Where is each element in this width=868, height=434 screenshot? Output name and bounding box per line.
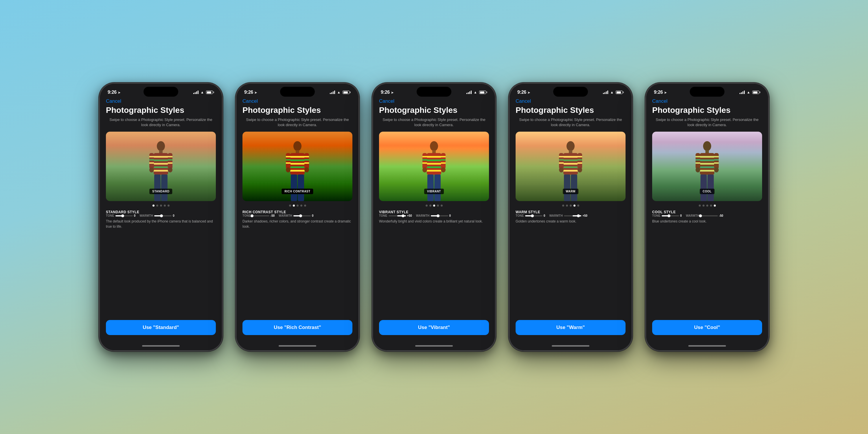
home-indicator: [236, 341, 359, 351]
photo-background: COOL: [652, 132, 762, 201]
use-style-button-warm[interactable]: Use "Warm": [516, 320, 625, 335]
cancel-button[interactable]: Cancel: [243, 98, 352, 104]
warmth-slider-thumb[interactable]: [299, 214, 302, 217]
dot-4[interactable]: [441, 205, 443, 207]
svg-rect-13: [168, 156, 173, 157]
svg-rect-75: [578, 162, 582, 164]
signal-icon: [603, 91, 608, 94]
location-icon: ➤: [118, 91, 120, 94]
cancel-button[interactable]: Cancel: [516, 98, 625, 104]
warmth-label: WARMTH: [279, 214, 292, 217]
use-style-button-rich-contrast[interactable]: Use "Rich Contrast": [243, 320, 352, 335]
svg-rect-4: [154, 159, 168, 161]
dot-4[interactable]: [304, 205, 306, 207]
dot-3[interactable]: [300, 205, 302, 207]
home-indicator: [373, 341, 495, 351]
photo-background: RICH CONTRAST: [243, 132, 352, 201]
dot-2[interactable]: [297, 205, 299, 207]
style-description: Wonderfully bright and vivid colors crea…: [379, 219, 489, 224]
svg-rect-81: [705, 150, 709, 153]
svg-rect-10: [149, 159, 154, 161]
tone-item: TONE0: [516, 214, 545, 217]
dot-0[interactable]: [426, 205, 428, 207]
warmth-slider[interactable]: [701, 215, 718, 216]
tone-warmth-row: TONE0WARMTH+50: [516, 214, 625, 217]
status-icons: ▲: [466, 90, 487, 94]
tone-item: TONE-50: [243, 214, 275, 217]
location-icon: ➤: [527, 91, 530, 94]
dot-3[interactable]: [710, 205, 712, 207]
tone-slider[interactable]: [116, 215, 133, 216]
battery-icon: [479, 91, 487, 94]
warmth-slider-thumb[interactable]: [699, 214, 702, 217]
warmth-slider-thumb[interactable]: [577, 214, 580, 217]
dot-2[interactable]: [570, 205, 572, 207]
dot-3[interactable]: [574, 205, 576, 207]
svg-point-99: [714, 167, 719, 173]
phone-standard: 9:26 ➤▲CancelPhotographic StylesSwipe to…: [99, 83, 223, 351]
tone-slider-thumb[interactable]: [121, 214, 124, 217]
warmth-slider-thumb[interactable]: [437, 214, 439, 217]
dot-1[interactable]: [429, 205, 431, 207]
warmth-item: WARMTH0: [416, 214, 451, 217]
tone-slider-thumb[interactable]: [531, 214, 534, 217]
use-style-button-cool[interactable]: Use "Cool": [652, 320, 762, 335]
dot-0[interactable]: [289, 205, 291, 207]
home-indicator: [99, 341, 222, 351]
dot-4[interactable]: [714, 205, 716, 207]
use-style-button-vibrant[interactable]: Use "Vibrant": [379, 320, 489, 335]
svg-rect-67: [563, 170, 578, 172]
screen-content: CancelPhotographic StylesSwipe to choose…: [373, 98, 495, 341]
dot-1[interactable]: [293, 205, 295, 207]
dot-3[interactable]: [437, 205, 439, 207]
dot-2[interactable]: [160, 205, 162, 207]
svg-rect-86: [700, 166, 714, 168]
dot-2[interactable]: [706, 205, 708, 207]
svg-point-98: [695, 167, 700, 173]
dot-1[interactable]: [703, 205, 705, 207]
tone-item: TONE0: [652, 214, 682, 217]
tone-slider[interactable]: [252, 215, 269, 216]
tone-slider-thumb[interactable]: [251, 214, 253, 217]
cancel-button[interactable]: Cancel: [106, 98, 216, 104]
status-icons: ▲: [740, 90, 761, 94]
cancel-button[interactable]: Cancel: [652, 98, 762, 104]
svg-rect-66: [563, 166, 578, 168]
dot-4[interactable]: [577, 205, 579, 207]
warmth-slider[interactable]: [293, 215, 311, 216]
warmth-slider-thumb[interactable]: [160, 214, 163, 217]
tone-slider[interactable]: [662, 215, 679, 216]
svg-point-19: [168, 167, 173, 173]
use-style-button-standard[interactable]: Use "Standard": [106, 320, 216, 335]
svg-point-80: [703, 141, 711, 151]
dot-0[interactable]: [153, 205, 155, 207]
dot-2[interactable]: [433, 205, 435, 207]
tone-slider-thumb[interactable]: [402, 214, 404, 217]
svg-rect-71: [559, 162, 564, 164]
dot-0[interactable]: [699, 205, 701, 207]
svg-rect-88: [695, 153, 700, 169]
dot-1[interactable]: [156, 205, 158, 207]
cancel-button[interactable]: Cancel: [379, 98, 489, 104]
dot-1[interactable]: [566, 205, 568, 207]
warmth-slider[interactable]: [154, 215, 172, 216]
warmth-slider[interactable]: [431, 215, 448, 216]
warmth-slider[interactable]: [564, 215, 581, 216]
phone-cool: 9:26 ➤▲CancelPhotographic StylesSwipe to…: [645, 83, 769, 351]
svg-rect-94: [714, 159, 719, 161]
svg-point-59: [441, 167, 445, 173]
dot-3[interactable]: [164, 205, 166, 207]
tone-label: TONE: [516, 214, 524, 217]
svg-rect-68: [559, 153, 564, 169]
phone-wrapper-standard: 9:26 ➤▲CancelPhotographic StylesSwipe to…: [99, 83, 223, 351]
tone-slider[interactable]: [525, 215, 542, 216]
phone-warm: 9:26 ➤▲CancelPhotographic StylesSwipe to…: [508, 83, 633, 351]
dot-0[interactable]: [562, 205, 564, 207]
svg-rect-91: [695, 162, 700, 164]
tone-slider-thumb[interactable]: [668, 214, 671, 217]
dot-4[interactable]: [167, 205, 169, 207]
svg-rect-11: [149, 162, 154, 164]
tone-slider[interactable]: [389, 215, 406, 216]
svg-rect-7: [154, 170, 168, 172]
style-description: Blue undertones create a cool look.: [652, 219, 762, 224]
